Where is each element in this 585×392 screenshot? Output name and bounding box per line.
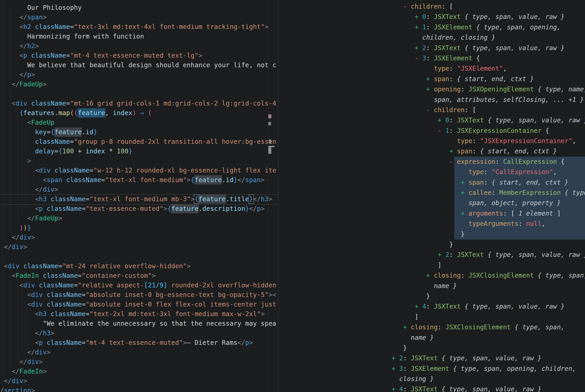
ast-line[interactable]: closing } bbox=[392, 374, 585, 384]
expand-node-icon[interactable]: + bbox=[449, 148, 453, 155]
code-line[interactable]: <span className="text-xl font-medium">{f… bbox=[0, 175, 277, 185]
expand-node-icon[interactable]: + bbox=[392, 386, 395, 392]
ast-line[interactable]: } bbox=[392, 239, 585, 250]
code-line[interactable]: </p> bbox=[0, 70, 277, 80]
ast-line[interactable]: ] bbox=[392, 260, 585, 270]
ast-line[interactable]: children, closing } bbox=[392, 32, 585, 42]
code-line[interactable]: </FadeUp> bbox=[0, 214, 277, 223]
code-line[interactable]: <p className="mt-4 text-essence-muted te… bbox=[0, 51, 277, 60]
expand-node-icon[interactable]: + bbox=[426, 86, 430, 93]
ast-line[interactable]: + closing: JSXClosingElement { type, spa… bbox=[392, 270, 585, 280]
ast-line[interactable]: } bbox=[392, 291, 585, 301]
ast-line[interactable]: + callee: MemberExpression { type, bbox=[392, 188, 585, 198]
code-line[interactable]: </div> bbox=[0, 185, 277, 194]
code-line[interactable]: key={feature.id} bbox=[0, 128, 277, 137]
code-line[interactable]: </span> bbox=[0, 12, 277, 22]
ast-line[interactable]: + opening: JSXOpeningElement { type, nam… bbox=[392, 84, 585, 94]
expand-node-icon[interactable]: + bbox=[392, 365, 395, 372]
ast-line[interactable]: - children: [ bbox=[392, 1, 585, 12]
ast-line[interactable]: + 0: JSXText { type, span, value, raw } bbox=[392, 12, 585, 22]
code-line[interactable]: <div className="w-12 h-12 rounded-xl bg-… bbox=[0, 166, 277, 175]
code-editor-pane[interactable]: Our Philosophy </span> <h2 className="te… bbox=[0, 0, 278, 392]
expand-node-icon[interactable]: + bbox=[426, 75, 430, 83]
expand-node-icon[interactable]: + bbox=[438, 251, 441, 258]
code-line[interactable] bbox=[0, 89, 277, 99]
ast-line[interactable]: + 2: JSXText { type, span, value, raw } bbox=[392, 353, 585, 363]
code-line[interactable]: </FadeIn> bbox=[0, 367, 277, 376]
ast-line[interactable]: + span: { start, end, ctxt } bbox=[392, 74, 585, 84]
code-line[interactable]: <h2 className="text-3xl md:text-4xl font… bbox=[0, 22, 277, 32]
code-line[interactable]: {features.map((feature, index) ⇒ ( bbox=[0, 108, 277, 118]
code-line[interactable]: <div className="mt-24 relative overflow-… bbox=[0, 262, 277, 271]
ast-line[interactable]: - children: [ bbox=[392, 105, 585, 115]
code-line[interactable]: <div className="relative aspect-[21/9] r… bbox=[0, 280, 277, 290]
ast-line[interactable]: - expression: CallExpression { bbox=[392, 156, 585, 167]
ast-line[interactable]: + 3: JSXElement { type, span, opening, c… bbox=[392, 364, 585, 374]
code-line[interactable]: </h2> bbox=[0, 41, 277, 51]
code-line[interactable]: <h3 className="text-2xl md:text-3xl font… bbox=[0, 309, 277, 319]
ast-line[interactable]: type: "CallExpression", bbox=[392, 167, 585, 177]
expand-node-icon[interactable]: + bbox=[426, 272, 430, 279]
ast-explorer-pane[interactable]: - children: [ + 0: JSXText { type, span,… bbox=[278, 0, 585, 392]
code-line[interactable]: </div> bbox=[0, 357, 277, 367]
collapse-node-icon[interactable]: - bbox=[403, 3, 407, 10]
expand-node-icon[interactable]: + bbox=[461, 179, 465, 186]
code-line[interactable]: <p className="mt-4 text-essence-muted">—… bbox=[0, 338, 277, 348]
ast-line[interactable]: + 1: JSXElement { type, span, opening, bbox=[392, 22, 585, 32]
expand-node-icon[interactable]: + bbox=[461, 210, 465, 217]
ast-line[interactable]: + arguments: [ 1 element ] bbox=[392, 208, 585, 218]
ast-line[interactable]: + 4: JSXText { type, span, value, raw } bbox=[392, 301, 585, 312]
expand-node-icon[interactable]: + bbox=[392, 354, 395, 362]
code-line[interactable]: /section> bbox=[0, 386, 277, 392]
code-line[interactable]: <FadeUp bbox=[0, 118, 277, 128]
ast-line[interactable]: name } bbox=[392, 281, 585, 291]
code-line[interactable]: > bbox=[0, 156, 277, 166]
ast-line[interactable]: + 0: JSXText { type, span, value, raw } bbox=[392, 115, 585, 125]
code-line[interactable]: Our Philosophy bbox=[0, 3, 277, 12]
ast-line[interactable]: + closing: JSXClosingElement { type, spa… bbox=[392, 322, 585, 332]
code-line[interactable]: </div> bbox=[0, 348, 277, 357]
ast-line[interactable]: } bbox=[392, 229, 585, 239]
expand-node-icon[interactable]: + bbox=[415, 24, 418, 31]
ast-line[interactable]: typeArguments: null, bbox=[392, 218, 585, 229]
code-line[interactable]: <div className="mt-16 grid grid-cols-1 m… bbox=[0, 99, 277, 108]
ast-line[interactable]: type: "JSXExpressionContainer", bbox=[392, 136, 585, 146]
ast-line[interactable]: name } bbox=[392, 332, 585, 343]
code-line[interactable]: className="group p-8 rounded-2xl transit… bbox=[0, 137, 277, 146]
code-line[interactable]: "We eliminate the unnecessary so that th… bbox=[0, 319, 277, 328]
code-line[interactable]: </FadeUp> bbox=[0, 80, 277, 89]
expand-node-icon[interactable]: + bbox=[438, 116, 441, 124]
code-line[interactable]: <div className="absolute inset-0 bg-esse… bbox=[0, 290, 277, 300]
ast-line[interactable]: + span: { start, end, ctxt } bbox=[392, 177, 585, 188]
collapse-node-icon[interactable]: - bbox=[449, 158, 453, 166]
ast-line[interactable]: type: "JSXElement", bbox=[392, 63, 585, 74]
expand-node-icon[interactable]: + bbox=[403, 324, 407, 331]
code-line[interactable]: <p className="text-essence-muted">{featu… bbox=[0, 204, 277, 214]
ast-line[interactable]: } bbox=[392, 343, 585, 353]
ast-line[interactable]: + 4: JSXText { type, span, value, raw } bbox=[392, 384, 585, 392]
code-line[interactable]: We believe that beautiful design should … bbox=[0, 60, 277, 70]
code-line[interactable]: <FadeIn className="container-custom"> bbox=[0, 271, 277, 280]
ast-line[interactable]: span, attributes, selfClosing, ... +1 } bbox=[392, 94, 585, 105]
code-line[interactable]: </div> bbox=[0, 233, 277, 242]
code-line[interactable]: delay={100 + index * 100} bbox=[0, 146, 277, 156]
code-line[interactable]: <h3 className="text-xl font-medium mb-3"… bbox=[0, 194, 277, 204]
ast-line[interactable]: - 1: JSXExpressionContainer { bbox=[392, 126, 585, 136]
collapse-node-icon[interactable]: - bbox=[438, 127, 441, 134]
code-line[interactable]: </div> bbox=[0, 376, 277, 386]
code-line[interactable]: <div className="absolute inset-0 flex fl… bbox=[0, 300, 277, 309]
ast-line[interactable]: span, object, property } bbox=[392, 198, 585, 208]
ast-line[interactable]: - 3: JSXElement { bbox=[392, 53, 585, 63]
expand-node-icon[interactable]: + bbox=[461, 189, 465, 196]
code-line[interactable]: </h3> bbox=[0, 328, 277, 338]
collapse-node-icon[interactable]: - bbox=[426, 106, 430, 114]
code-line[interactable]: ))} bbox=[0, 223, 277, 233]
ast-line[interactable]: + 2: JSXText { type, span, value, raw } bbox=[392, 250, 585, 260]
ast-line[interactable]: + span: { start, end, ctxt } bbox=[392, 146, 585, 156]
expand-node-icon[interactable]: + bbox=[415, 13, 418, 20]
collapse-node-icon[interactable]: - bbox=[415, 54, 418, 62]
ast-line[interactable]: + 2: JSXText { type, span, value, raw } bbox=[392, 43, 585, 53]
expand-node-icon[interactable]: + bbox=[415, 44, 418, 52]
expand-node-icon[interactable]: + bbox=[415, 303, 418, 310]
code-line[interactable]: Harmonizing form with function bbox=[0, 32, 277, 41]
